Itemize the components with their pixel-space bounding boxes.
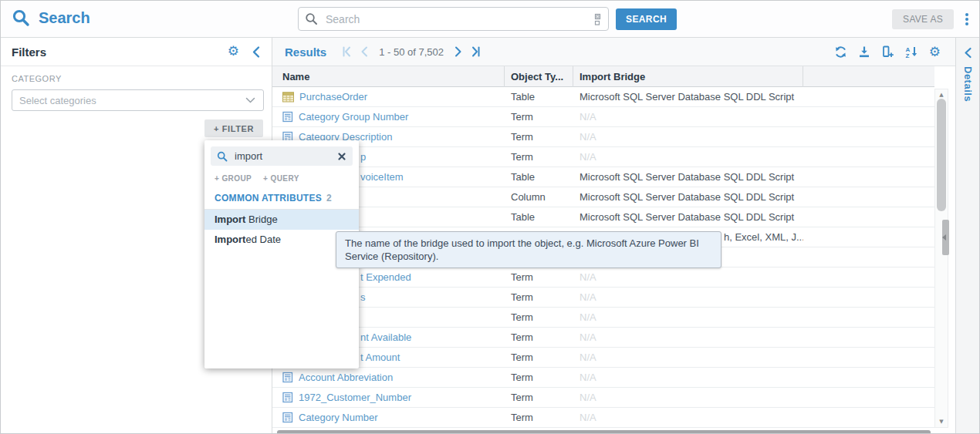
details-tab-label[interactable]: Details <box>962 66 974 102</box>
popup-search-box[interactable] <box>211 146 353 166</box>
object-name-link[interactable]: 1972_Customer_Number <box>299 388 411 407</box>
name-cell: PurchaseOrder <box>272 87 505 106</box>
import-bridge-cell: N/A <box>573 408 803 427</box>
table-header: Name Object Ty... Import Bridge <box>272 66 934 87</box>
term-object-icon <box>282 392 293 403</box>
category-select-placeholder: Select categories <box>19 95 245 106</box>
column-header-name[interactable]: Name <box>272 66 505 87</box>
import-bridge-cell: N/A <box>573 147 803 167</box>
details-panel-strip: Details <box>955 38 979 433</box>
import-bridge-cell: N/A <box>573 348 803 367</box>
object-type-cell: Term <box>505 388 573 407</box>
attribute-list-item[interactable]: Import Bridge <box>204 210 359 230</box>
category-label: CATEGORY <box>12 74 272 83</box>
add-column-icon[interactable] <box>881 45 894 59</box>
import-bridge-cell: Microsoft SQL Server Database SQL DDL Sc… <box>573 207 803 227</box>
category-select[interactable]: Select categories <box>12 89 264 111</box>
results-toolbar: Results 1 - 50 of 7,502 <box>272 38 956 66</box>
download-icon[interactable] <box>858 45 870 58</box>
results-settings-gear-icon[interactable]: ⚙ <box>929 45 941 59</box>
search-button[interactable]: SEARCH <box>616 8 677 30</box>
object-type-cell: Term <box>505 267 573 287</box>
filler-cell <box>803 267 934 287</box>
term-object-icon <box>282 372 293 383</box>
filters-header: Filters ⚙ <box>1 38 272 66</box>
attribute-description-tooltip: The name of the bridge used to import th… <box>336 231 721 268</box>
table-row[interactable]: nt AvailableTermN/A <box>272 328 934 348</box>
table-row[interactable]: Account AbbreviationTermN/A <box>272 368 934 388</box>
sort-az-icon[interactable]: A Z <box>905 45 918 59</box>
filler-cell <box>803 308 934 327</box>
import-bridge-cell: Microsoft SQL Server Database SQL DDL Sc… <box>573 187 803 207</box>
svg-text:Z: Z <box>905 52 909 59</box>
add-filter-button[interactable]: + FILTER <box>204 119 263 137</box>
details-splitter-handle[interactable] <box>942 220 949 255</box>
chevron-down-icon <box>245 97 255 103</box>
table-row[interactable]: PurchaseOrderTableMicrosoft SQL Server D… <box>272 87 934 107</box>
filler-cell <box>803 288 934 307</box>
filters-settings-gear-icon[interactable]: ⚙ <box>228 45 239 58</box>
popup-search-input[interactable] <box>233 150 332 163</box>
object-name-link[interactable]: nt Available <box>360 328 411 347</box>
import-bridge-cell: N/A <box>573 368 803 387</box>
table-row[interactable]: TermN/A <box>272 308 934 328</box>
scroll-up-arrow-icon[interactable]: ▲ <box>935 92 948 98</box>
object-name-link[interactable]: t Amount <box>360 348 400 367</box>
save-as-button[interactable]: SAVE AS <box>892 9 954 29</box>
first-page-button[interactable] <box>340 45 353 58</box>
object-name-link[interactable]: Category Group Number <box>299 107 408 126</box>
table-row[interactable]: 1972_Customer_NumberTermN/A <box>272 388 934 408</box>
advanced-search-icon[interactable] <box>591 13 602 25</box>
object-type-cell: Column <box>505 187 573 207</box>
import-bridge-cell: N/A <box>573 267 803 287</box>
kebab-menu-icon[interactable] <box>964 12 970 27</box>
details-expand-chevron-icon[interactable] <box>963 47 973 59</box>
column-header-object-type[interactable]: Object Ty... <box>505 66 573 87</box>
object-type-cell: Term <box>505 127 573 146</box>
horizontal-scrollbar-thumb[interactable] <box>277 430 931 434</box>
table-object-icon <box>282 92 294 103</box>
vertical-scrollbar[interactable]: ▲ ▼ <box>934 89 948 428</box>
last-page-button[interactable] <box>470 45 482 58</box>
object-name-link[interactable]: s <box>360 288 366 307</box>
filters-title: Filters <box>12 45 46 59</box>
table-row[interactable]: ColumnMicrosoft SQL Server Database SQL … <box>272 187 934 207</box>
scroll-down-arrow-icon[interactable]: ▼ <box>935 419 948 425</box>
object-name-link[interactable]: p <box>360 147 366 167</box>
table-row[interactable]: t ExpendedTermN/A <box>272 267 934 288</box>
table-row[interactable]: sTermN/A <box>272 288 934 308</box>
table-row[interactable]: TableMicrosoft SQL Server Database SQL D… <box>272 207 934 227</box>
table-row[interactable]: pTermN/A <box>272 147 934 167</box>
previous-page-button[interactable] <box>359 45 370 58</box>
table-row[interactable]: voiceItemTableMicrosoft SQL Server Datab… <box>272 167 934 187</box>
table-row[interactable]: Category NumberTermN/A <box>272 408 934 428</box>
filler-cell <box>803 167 934 187</box>
add-group-link[interactable]: + GROUP <box>215 174 252 183</box>
filters-collapse-chevron-icon[interactable] <box>251 45 262 59</box>
object-name-link[interactable]: Account Abbreviation <box>299 368 393 387</box>
next-page-button[interactable] <box>453 45 464 58</box>
object-type-cell: Term <box>505 368 573 387</box>
global-search-input[interactable] <box>324 12 591 26</box>
import-bridge-cell: N/A <box>573 328 803 347</box>
section-title: COMMON ATTRIBUTES <box>215 193 322 204</box>
table-row[interactable]: Category DescriptionTermN/A <box>272 127 934 147</box>
object-name-link[interactable]: Category Number <box>299 408 378 427</box>
refresh-icon[interactable] <box>834 45 847 59</box>
object-type-cell: Term <box>505 308 573 327</box>
vertical-scrollbar-thumb[interactable] <box>937 99 946 211</box>
global-search-box[interactable] <box>298 7 609 31</box>
name-cell: 1972_Customer_Number <box>272 388 505 407</box>
add-query-link[interactable]: + QUERY <box>263 174 299 183</box>
object-name-link[interactable]: voiceItem <box>360 167 404 187</box>
filler-cell <box>803 147 934 167</box>
search-icon <box>305 12 318 25</box>
import-bridge-cell: N/A <box>573 288 803 307</box>
import-bridge-cell: N/A <box>573 127 803 146</box>
table-row[interactable]: Category Group NumberTermN/A <box>272 107 934 127</box>
column-header-import-bridge[interactable]: Import Bridge <box>573 66 803 87</box>
object-name-link[interactable]: PurchaseOrder <box>299 87 367 106</box>
object-name-link[interactable]: t Expended <box>360 267 411 287</box>
clear-search-icon[interactable] <box>337 152 346 161</box>
table-row[interactable]: t AmountTermN/A <box>272 348 934 368</box>
